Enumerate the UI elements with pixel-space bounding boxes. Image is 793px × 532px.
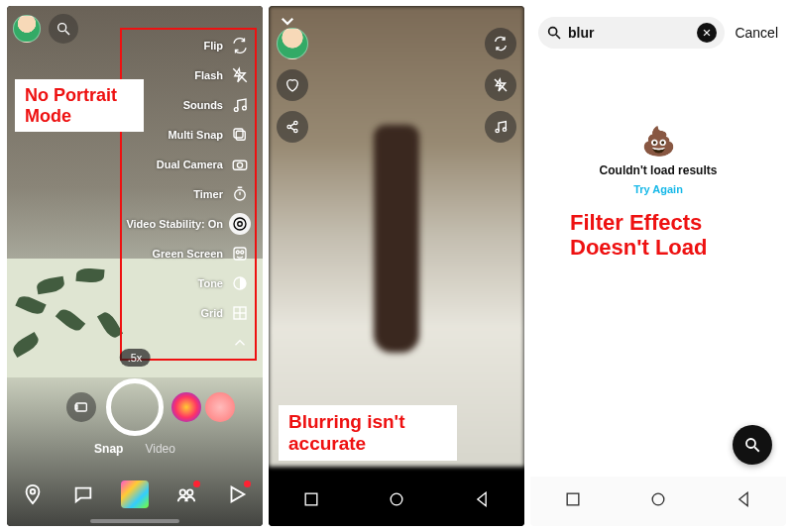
greenscreen-icon	[229, 243, 251, 265]
nav-spotlight[interactable]	[221, 479, 253, 510]
capture-modes: Snap Video	[7, 442, 263, 456]
svg-point-47	[652, 493, 664, 505]
svg-rect-37	[305, 493, 317, 505]
bottom-navbar	[7, 473, 263, 516]
nav-back[interactable]	[734, 489, 753, 513]
screen-blur-preview: Blurring isn'taccurate	[269, 6, 524, 526]
tool-timer[interactable]: Timer	[126, 182, 251, 206]
lens-thumb-2[interactable]	[205, 392, 235, 422]
nav-map[interactable]	[17, 479, 49, 510]
screen-camera-tools: FlipFlashSoundsMulti SnapDual CameraTime…	[7, 6, 263, 526]
svg-point-44	[746, 439, 755, 448]
svg-marker-48	[739, 492, 747, 505]
tone-icon	[229, 272, 251, 294]
search-icon[interactable]	[49, 14, 78, 44]
tool-label: Flip	[203, 40, 223, 52]
annotation-blur: Blurring isn'taccurate	[279, 405, 457, 461]
nav-recent[interactable]	[301, 489, 321, 513]
annotation-filters: Filter EffectsDoesn't Load	[560, 204, 717, 266]
svg-marker-39	[478, 492, 486, 505]
timer-icon	[229, 183, 251, 205]
chevron-up-icon	[229, 332, 251, 354]
svg-point-38	[391, 493, 402, 505]
search-icon	[546, 25, 562, 41]
search-input[interactable]: blur	[538, 17, 725, 49]
nav-recent[interactable]	[563, 489, 583, 513]
grid-icon	[229, 302, 251, 324]
tool-label: Flash	[194, 69, 223, 81]
svg-line-32	[290, 128, 294, 131]
tool-tone[interactable]: Tone	[126, 271, 251, 295]
android-navbar	[269, 477, 524, 526]
svg-line-31	[290, 124, 294, 127]
cancel-button[interactable]: Cancel	[735, 25, 778, 41]
svg-point-9	[237, 162, 242, 167]
camera-tools-panel: FlipFlashSoundsMulti SnapDual CameraTime…	[120, 28, 257, 361]
flip-icon[interactable]	[485, 28, 516, 59]
like-icon[interactable]	[277, 69, 308, 101]
share-icon[interactable]	[277, 111, 308, 143]
tool-flip[interactable]: Flip	[126, 34, 251, 57]
svg-line-1	[65, 31, 69, 35]
shutter-button[interactable]	[106, 378, 164, 436]
svg-rect-46	[567, 493, 579, 505]
svg-point-0	[58, 24, 66, 32]
tool-music[interactable]: Sounds	[126, 93, 251, 117]
nav-home[interactable]	[648, 489, 668, 513]
svg-point-14	[234, 218, 246, 230]
mode-video[interactable]: Video	[145, 442, 174, 456]
subject-object	[374, 125, 419, 353]
dualcam-icon	[229, 154, 251, 175]
nav-stories[interactable]	[170, 479, 202, 510]
empty-state-emoji: 💩	[641, 125, 676, 158]
tool-flash-off[interactable]: Flash	[126, 63, 251, 87]
tool-label: Sounds	[183, 99, 223, 111]
flash-off-icon[interactable]	[485, 69, 516, 101]
mode-snap[interactable]: Snap	[94, 442, 123, 456]
svg-rect-6	[236, 131, 245, 140]
empty-state-message: Couldn't load results	[600, 163, 718, 177]
svg-point-26	[186, 489, 192, 495]
svg-point-25	[179, 489, 185, 495]
empty-state: 💩 Couldn't load results Try Again	[530, 125, 786, 195]
nav-back[interactable]	[472, 489, 492, 513]
nav-home[interactable]	[387, 489, 406, 513]
svg-point-36	[503, 128, 506, 131]
svg-marker-27	[232, 487, 245, 502]
android-navbar	[530, 477, 786, 526]
lens-thumb-1[interactable]	[171, 392, 201, 422]
tool-label: Multi Snap	[168, 129, 223, 141]
music-icon[interactable]	[485, 111, 516, 143]
svg-point-13	[238, 222, 243, 227]
svg-point-5	[243, 106, 247, 110]
tool-label: Video Stability: On	[126, 218, 223, 230]
svg-point-16	[236, 251, 239, 254]
nav-memories[interactable]	[119, 479, 151, 510]
annotation-no-portrait: No PortraitMode	[15, 79, 144, 132]
nav-chat[interactable]	[67, 479, 99, 510]
svg-point-17	[241, 251, 244, 254]
search-value: blur	[568, 25, 691, 41]
svg-point-4	[234, 108, 238, 112]
profile-avatar[interactable]	[13, 15, 41, 43]
tool-grid[interactable]: Grid	[126, 301, 251, 325]
zoom-level[interactable]: .5x	[120, 349, 151, 367]
screen-search-error: blur Cancel 💩 Couldn't load results Try …	[530, 6, 786, 526]
profile-avatar[interactable]	[277, 28, 308, 59]
clear-icon[interactable]	[697, 23, 717, 43]
music-icon	[229, 94, 251, 116]
tool-greenscreen[interactable]: Green Screen	[126, 242, 251, 266]
gallery-button[interactable]	[66, 392, 96, 422]
tool-dualcam[interactable]: Dual Camera	[126, 153, 251, 176]
flip-icon	[229, 35, 251, 56]
try-again-link[interactable]: Try Again	[633, 183, 683, 195]
home-indicator	[90, 519, 179, 523]
search-fab[interactable]	[733, 425, 772, 465]
svg-point-35	[496, 129, 499, 132]
flash-off-icon	[229, 64, 251, 86]
stability-icon	[229, 213, 251, 235]
tool-label: Dual Camera	[157, 159, 223, 170]
tool-stability[interactable]: Video Stability: On	[126, 212, 251, 236]
tool-multisnap[interactable]: Multi Snap	[126, 123, 251, 147]
tool-label: Green Screen	[152, 248, 223, 260]
